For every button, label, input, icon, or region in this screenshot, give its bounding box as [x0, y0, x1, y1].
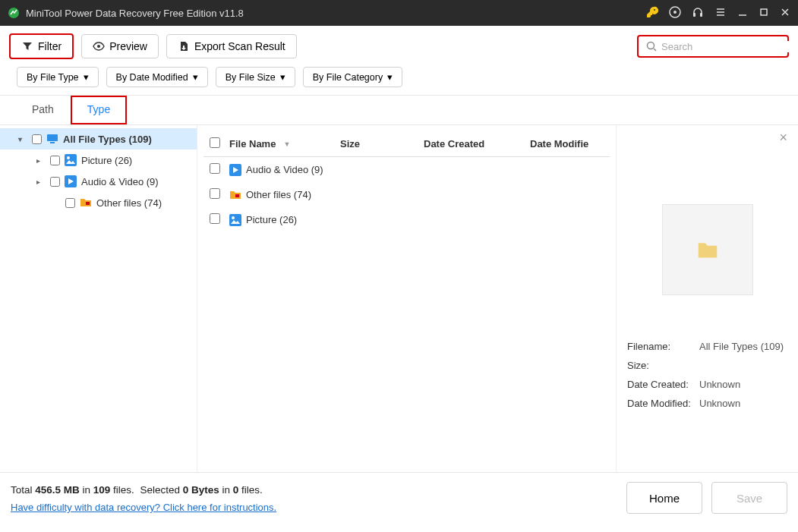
- tree-audio-video[interactable]: ▸ Audio & Video (9): [0, 171, 197, 192]
- label-filename: Filename:: [627, 341, 699, 352]
- preview-button[interactable]: Preview: [81, 34, 159, 58]
- app-logo-icon: [8, 7, 20, 19]
- value-date-created: Unknown: [699, 379, 740, 390]
- minimize-icon[interactable]: [737, 7, 748, 20]
- col-date-created[interactable]: Date Created: [424, 138, 530, 150]
- save-button[interactable]: Save: [711, 482, 787, 514]
- value-filename: All File Types (109): [699, 341, 784, 352]
- export-icon: [178, 40, 190, 52]
- statusbar: Total 456.5 MB in 109 files. Selected 0 …: [0, 472, 798, 532]
- chevron-down-icon[interactable]: ▾: [18, 135, 27, 143]
- tree-checkbox[interactable]: [50, 156, 60, 165]
- status-text: Total 456.5 MB in 109 files. Selected 0 …: [11, 482, 276, 517]
- home-button[interactable]: Home: [626, 482, 702, 514]
- svg-rect-5: [761, 9, 767, 15]
- svg-point-2: [673, 11, 677, 14]
- list-header: File Name▼ Size Date Created Date Modifi…: [203, 134, 610, 157]
- filter-file-category[interactable]: By File Category▾: [303, 67, 402, 87]
- preview-label: Preview: [109, 40, 147, 52]
- filter-row: By File Type▾ By Date Modified▾ By File …: [0, 59, 798, 96]
- tab-type[interactable]: Type: [71, 96, 127, 124]
- svg-point-6: [97, 45, 100, 48]
- tree-label: Other files (74): [96, 197, 162, 209]
- filter-icon: [21, 40, 33, 52]
- chevron-down-icon: ▾: [193, 71, 198, 83]
- svg-rect-8: [47, 134, 58, 141]
- chevron-right-icon[interactable]: ▸: [36, 156, 46, 165]
- select-all-checkbox[interactable]: [210, 137, 220, 148]
- svg-rect-9: [50, 142, 55, 143]
- row-label: Audio & Video (9): [246, 164, 323, 175]
- tree-all-file-types[interactable]: ▾ All File Types (109): [0, 128, 197, 150]
- filter-label: Filter: [38, 40, 62, 52]
- svg-rect-3: [693, 13, 695, 17]
- titlebar: MiniTool Power Data Recovery Free Editio…: [0, 0, 798, 26]
- export-button[interactable]: Export Scan Result: [166, 34, 297, 58]
- eye-icon: [93, 40, 105, 52]
- close-icon[interactable]: ×: [779, 130, 787, 146]
- chevron-down-icon: ▾: [280, 71, 285, 83]
- key-icon[interactable]: [646, 6, 658, 20]
- chevron-down-icon: ▾: [84, 71, 89, 83]
- value-date-modified: Unknown: [699, 398, 740, 409]
- video-icon: [229, 164, 241, 176]
- list-item[interactable]: Picture (26): [203, 207, 610, 232]
- export-label: Export Scan Result: [194, 40, 285, 52]
- help-link[interactable]: Have difficulty with data recovery? Clic…: [11, 502, 276, 513]
- row-label: Picture (26): [246, 214, 297, 225]
- tree-checkbox[interactable]: [65, 198, 75, 208]
- col-file-name[interactable]: File Name▼: [226, 138, 340, 150]
- col-date-modified[interactable]: Date Modifie: [530, 138, 610, 150]
- label-date-modified: Date Modified:: [627, 398, 699, 409]
- svg-point-17: [232, 216, 235, 219]
- list-item[interactable]: Audio & Video (9): [203, 157, 610, 182]
- window-title: MiniTool Power Data Recovery Free Editio…: [26, 8, 646, 19]
- filter-button[interactable]: Filter: [9, 33, 74, 59]
- maximize-icon[interactable]: [759, 7, 769, 20]
- picture-icon: [65, 154, 77, 166]
- monitor-icon: [46, 133, 58, 145]
- chevron-down-icon: ▾: [387, 71, 393, 83]
- svg-point-11: [67, 156, 70, 159]
- main: ▾ All File Types (109) ▸ Picture (26) ▸ …: [0, 125, 798, 472]
- search-input[interactable]: [661, 41, 789, 52]
- menu-icon[interactable]: [714, 6, 727, 20]
- tree-label: All File Types (109): [63, 134, 152, 145]
- svg-rect-10: [65, 154, 77, 166]
- tree: ▾ All File Types (109) ▸ Picture (26) ▸ …: [0, 125, 197, 472]
- list-item[interactable]: Other files (74): [203, 182, 610, 207]
- filter-file-size[interactable]: By File Size▾: [216, 67, 295, 87]
- row-checkbox[interactable]: [210, 163, 220, 174]
- folder-icon: [229, 189, 241, 201]
- close-icon[interactable]: [780, 7, 790, 20]
- row-checkbox[interactable]: [210, 213, 220, 224]
- svg-rect-16: [229, 214, 241, 226]
- col-size[interactable]: Size: [340, 138, 424, 150]
- svg-point-7: [648, 42, 654, 49]
- search-icon: [646, 40, 657, 52]
- folder-icon: [80, 197, 92, 209]
- search-box[interactable]: [637, 35, 789, 58]
- video-icon: [65, 175, 77, 187]
- row-checkbox[interactable]: [210, 188, 220, 199]
- chevron-right-icon[interactable]: ▸: [36, 178, 46, 186]
- row-label: Other files (74): [246, 189, 311, 200]
- tree-other-files[interactable]: Other files (74): [0, 192, 197, 213]
- picture-icon: [229, 214, 241, 226]
- filter-file-type[interactable]: By File Type▾: [17, 67, 99, 87]
- tabs: Path Type: [0, 96, 798, 125]
- label-date-created: Date Created:: [627, 379, 699, 390]
- headphones-icon[interactable]: [692, 6, 704, 20]
- toolbar: Filter Preview Export Scan Result: [0, 26, 798, 59]
- filter-date-modified[interactable]: By Date Modified▾: [106, 67, 208, 87]
- sort-caret-icon: ▼: [283, 140, 290, 148]
- folder-icon: [697, 239, 718, 260]
- svg-rect-13: [86, 202, 90, 205]
- tree-label: Audio & Video (9): [81, 176, 159, 187]
- tree-picture[interactable]: ▸ Picture (26): [0, 150, 197, 171]
- tab-path[interactable]: Path: [15, 96, 71, 124]
- tree-checkbox[interactable]: [32, 134, 42, 144]
- svg-rect-15: [235, 194, 239, 197]
- disc-icon[interactable]: [669, 6, 681, 20]
- tree-checkbox[interactable]: [50, 177, 60, 187]
